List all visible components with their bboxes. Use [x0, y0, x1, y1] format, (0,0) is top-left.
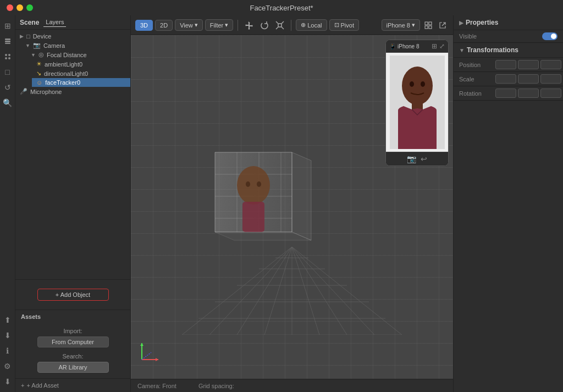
- tree-ambient-light[interactable]: ☀ ambientLight0: [32, 59, 130, 69]
- iphone-preview-footer: 📷 ↩: [386, 152, 448, 165]
- filter-label: Filter: [210, 22, 223, 29]
- preview-grid-icon[interactable]: ⊞: [432, 42, 437, 50]
- icon-bar-refresh[interactable]: ↺: [2, 81, 14, 93]
- device-label: iPhone 8: [387, 22, 410, 29]
- search-row: Search: AR Library: [21, 353, 125, 373]
- device-selector[interactable]: iPhone 8 ▾: [382, 19, 420, 31]
- position-row: Position: [454, 58, 563, 72]
- svg-line-29: [292, 247, 347, 335]
- tree-microphone[interactable]: 🎤 Microphone: [15, 87, 130, 96]
- ar-library-button[interactable]: AR Library: [37, 362, 109, 373]
- properties-header: ▶ Properties: [454, 15, 563, 30]
- scene-title: Scene: [20, 19, 39, 26]
- rotation-z[interactable]: [540, 89, 561, 98]
- add-asset-label: + Add Asset: [26, 382, 58, 389]
- iphone-icon: 📱: [389, 43, 396, 49]
- svg-line-26: [264, 247, 292, 335]
- tree-directional-light[interactable]: ↘ directionalLight0: [32, 69, 130, 78]
- scale-z[interactable]: [540, 74, 561, 84]
- toolbar-separator: [238, 20, 238, 31]
- transform-arrow: ▼: [459, 47, 465, 53]
- add-object-button[interactable]: + Add Object: [37, 289, 109, 301]
- transform-scale-icon[interactable]: [273, 20, 286, 31]
- visible-toggle[interactable]: [542, 32, 558, 40]
- iphone-preview-panel: 📱 iPhone 8 ⊞ ⤢: [385, 40, 449, 166]
- tree-camera[interactable]: ▼ 📷 Camera: [21, 41, 130, 50]
- transform-rotate-icon[interactable]: [258, 20, 271, 31]
- maximize-button[interactable]: [26, 4, 33, 11]
- position-label: Position: [459, 62, 492, 68]
- svg-marker-43: [292, 152, 311, 240]
- view-button[interactable]: View ▾: [175, 19, 203, 31]
- svg-rect-0: [5, 38, 10, 40]
- tree-camera-label: Camera: [43, 42, 65, 49]
- svg-rect-15: [429, 26, 432, 29]
- icon-bar-grid[interactable]: ⊞: [2, 20, 14, 32]
- rotation-x[interactable]: [495, 89, 516, 98]
- svg-point-41: [246, 181, 250, 187]
- 2d-button[interactable]: 2D: [155, 20, 173, 31]
- filter-chevron-icon: ▾: [225, 21, 228, 29]
- search-icon[interactable]: 🔍: [2, 97, 14, 109]
- grid-status: Grid spacing:: [198, 383, 234, 389]
- visible-row: Visible: [454, 30, 563, 43]
- preview-back-button[interactable]: ↩: [421, 154, 427, 163]
- preview-expand-icon[interactable]: ⤢: [439, 42, 445, 50]
- icon-bar-effects[interactable]: [2, 51, 14, 63]
- icon-bar-bottom: ⬆ ⬇ ℹ ⚙ ⬇: [2, 314, 14, 392]
- pivot-button[interactable]: ⊡ Pivot: [329, 19, 359, 31]
- viewport-canvas[interactable]: 📱 iPhone 8 ⊞ ⤢: [131, 35, 453, 379]
- grid-icon[interactable]: [422, 20, 434, 30]
- svg-line-28: [292, 247, 319, 335]
- scale-x[interactable]: [495, 74, 516, 84]
- icon-bar-object[interactable]: □: [2, 66, 14, 78]
- rotation-y[interactable]: [518, 89, 539, 98]
- svg-rect-14: [425, 26, 428, 29]
- position-y[interactable]: [518, 60, 539, 69]
- iphone-preview-header: 📱 iPhone 8 ⊞ ⤢: [386, 40, 448, 53]
- icon-bar-layers[interactable]: [2, 35, 14, 47]
- tree-device[interactable]: ▶ □ Device: [15, 32, 130, 41]
- scale-label: Scale: [459, 76, 492, 82]
- local-button[interactable]: ⊕ Local: [296, 19, 327, 31]
- svg-point-6: [8, 57, 10, 59]
- layers-tab[interactable]: Layers: [43, 18, 66, 27]
- scene-tree: ▶ □ Device ▼ 📷 Camera ▼ ◎ Focal Distance…: [15, 30, 130, 279]
- device-icon: □: [26, 33, 30, 40]
- iphone-preview-controls: ⊞ ⤢: [432, 42, 445, 50]
- scale-y[interactable]: [518, 74, 539, 84]
- tree-directional-label: directionalLight0: [44, 70, 88, 77]
- scale-fields: [495, 74, 561, 84]
- svg-line-16: [442, 23, 445, 26]
- add-object-label: + Add Object: [56, 291, 90, 298]
- tree-focal-distance[interactable]: ▼ ◎ Focal Distance: [26, 50, 130, 59]
- properties-panel: ▶ Properties Visible ▼ Transformations P…: [453, 15, 563, 392]
- external-link-icon[interactable]: [437, 20, 449, 30]
- position-z[interactable]: [540, 60, 561, 69]
- add-asset-row[interactable]: + + Add Asset: [15, 378, 130, 392]
- preview-camera-button[interactable]: 📷: [407, 154, 416, 163]
- minimize-button[interactable]: [16, 4, 23, 11]
- svg-line-54: [142, 352, 151, 360]
- scene-panel-header: Scene Layers: [15, 15, 130, 30]
- icon-bar-download[interactable]: ⬇: [2, 329, 14, 341]
- tree-device-label: Device: [33, 33, 52, 40]
- toolbar-separator-2: [291, 20, 291, 31]
- 3d-button[interactable]: 3D: [135, 20, 153, 31]
- svg-line-23: [182, 247, 292, 335]
- tree-face-tracker-label: faceTracker0: [45, 79, 80, 86]
- svg-rect-13: [429, 22, 432, 25]
- icon-bar: ⊞ □ ↺ 🔍 ⬆ ⬇ ℹ ⚙ ⬇: [0, 15, 15, 392]
- tree-face-tracker[interactable]: ☺ faceTracker0: [32, 78, 130, 87]
- filter-button[interactable]: Filter ▾: [205, 19, 233, 31]
- icon-bar-down[interactable]: ⬇: [2, 376, 14, 388]
- position-x[interactable]: [495, 60, 516, 69]
- gear-icon[interactable]: ⚙: [2, 360, 14, 372]
- perspective-grid: [154, 247, 429, 335]
- transform-move-icon[interactable]: [242, 20, 256, 31]
- transformations-title: Transformations: [467, 46, 518, 54]
- from-computer-button[interactable]: From Computer: [37, 336, 109, 347]
- icon-bar-info[interactable]: ℹ: [2, 345, 14, 357]
- icon-bar-upload[interactable]: ⬆: [2, 314, 14, 326]
- close-button[interactable]: [7, 4, 13, 11]
